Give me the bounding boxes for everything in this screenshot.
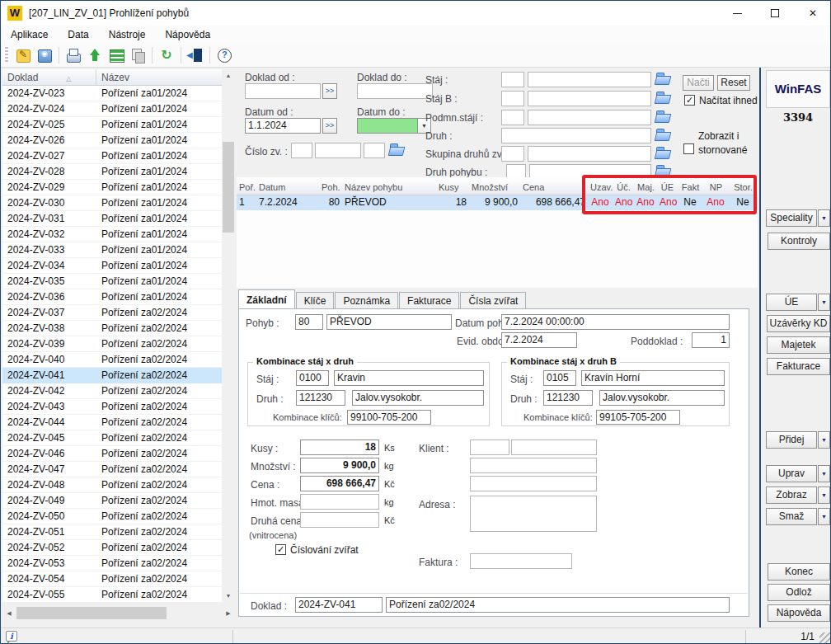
close-button[interactable]: ✕	[794, 1, 831, 26]
podmn-staj-folder-icon[interactable]	[655, 110, 670, 123]
podmn-staj-name-input[interactable]	[528, 110, 651, 125]
tab-klice[interactable]: Klíče	[296, 292, 335, 308]
resize-grip[interactable]	[819, 632, 831, 644]
list-item[interactable]: 2024-ZV-029Pořízení za01/2024	[2, 180, 222, 195]
scroll-down-icon[interactable]: ▼	[222, 590, 235, 603]
komb-b-druh-name-input[interactable]: Jalov.vysokobr.	[599, 390, 725, 406]
doklad-code-input[interactable]: 2024-ZV-041	[295, 597, 383, 613]
list-item[interactable]: 2024-ZV-040Pořízení za02/2024	[2, 352, 222, 368]
list-item[interactable]: 2024-ZV-032Pořízení za01/2024	[2, 227, 222, 242]
copy-icon[interactable]	[129, 46, 147, 64]
staj-name-input[interactable]	[528, 72, 651, 87]
podmn-staj-code-input[interactable]	[501, 110, 524, 125]
list-item[interactable]: 2024-ZV-042Pořízení za02/2024	[2, 383, 222, 399]
odloz-button[interactable]: Odlož	[768, 584, 830, 601]
export-icon[interactable]	[86, 46, 104, 64]
scroll-up-icon[interactable]: ▲	[222, 69, 235, 82]
vscroll-thumb[interactable]	[223, 142, 234, 233]
majetek-button[interactable]: Majetek	[767, 336, 830, 354]
pridej-dropdown[interactable]: ▼	[818, 431, 830, 449]
komb-a-staj-code-input[interactable]: 0100	[296, 370, 329, 386]
list-item[interactable]: 2024-ZV-025Pořízení za01/2024	[2, 117, 222, 133]
mov-col-poh[interactable]: Poh.	[319, 181, 342, 195]
list-item[interactable]: 2024-ZV-038Pořízení za02/2024	[2, 321, 222, 336]
smaz-button[interactable]: Smaž	[766, 508, 817, 525]
uprav-dropdown[interactable]: ▼	[818, 465, 830, 482]
menu-nastroje[interactable]: Nástroje	[99, 29, 156, 40]
mov-col-por[interactable]: Poř.	[237, 181, 256, 195]
uzaverky-kd-button[interactable]: Uzávěrky KD	[767, 315, 830, 332]
list-item[interactable]: 2024-ZV-039Pořízení za02/2024	[2, 336, 222, 352]
info-icon[interactable]: i	[6, 631, 17, 642]
staj-code-input[interactable]	[501, 72, 524, 87]
list-item[interactable]: 2024-ZV-052Pořízení za02/2024	[2, 540, 222, 556]
list-item[interactable]: 2024-ZV-046Pořízení za02/2024	[2, 446, 222, 462]
nacitat-ihned-checkbox[interactable]: ✓	[684, 95, 695, 106]
doklad-od-input[interactable]	[245, 83, 321, 99]
list-icon[interactable]	[107, 46, 125, 64]
speciality-button[interactable]: Speciality	[766, 209, 817, 227]
menu-aplikace[interactable]: Aplikace	[1, 29, 58, 40]
pridej-button[interactable]: Přidej	[766, 431, 817, 449]
mov-col-mnozstvi[interactable]: Množství	[469, 181, 520, 195]
list-item[interactable]: 2024-ZV-054Pořízení za02/2024	[2, 571, 222, 587]
list-item[interactable]: 2024-ZV-035Pořízení za01/2024	[2, 274, 222, 289]
edit-icon[interactable]	[14, 46, 32, 64]
mnozstvi-input[interactable]: 9 900,0	[300, 458, 379, 473]
scroll-right-icon[interactable]: ▶	[222, 606, 235, 620]
napoveda-button[interactable]: Nápověda	[768, 604, 830, 622]
adresa-textarea[interactable]	[470, 496, 597, 532]
scroll-left-icon[interactable]: ◀	[2, 606, 16, 620]
list-item[interactable]: 2024-ZV-043Pořízení za02/2024	[2, 399, 222, 415]
list-item[interactable]: 2024-ZV-037Pořízení za02/2024	[2, 305, 222, 321]
staj-b-name-input[interactable]	[528, 91, 651, 106]
konec-button[interactable]: Konec	[768, 563, 830, 581]
staj-b-folder-icon[interactable]	[655, 92, 670, 104]
minimize-button[interactable]	[718, 1, 756, 26]
doklad-name-input[interactable]: Pořízení za02/2024	[386, 597, 730, 613]
mov-col-datum[interactable]: Datum	[256, 181, 319, 195]
list-item[interactable]: 2024-ZV-055Pořízení za02/2024	[2, 587, 222, 603]
datum-od-input[interactable]: 1.1.2024	[245, 118, 321, 134]
tab-cisla-zvirat[interactable]: Čísla zvířat	[460, 292, 526, 308]
klient-name-input[interactable]	[511, 440, 597, 455]
druha-cena-input[interactable]	[300, 512, 379, 528]
print-icon[interactable]	[64, 46, 82, 64]
tab-zakladni[interactable]: Základní	[238, 289, 295, 308]
mov-col-nazev[interactable]: Název pohybu	[342, 181, 436, 195]
kusy-input[interactable]: 18	[300, 440, 379, 455]
datum-do-input[interactable]	[357, 118, 418, 134]
datum-expand-button[interactable]: >>	[322, 118, 337, 134]
skupina-code-input[interactable]	[501, 146, 524, 162]
komb-b-staj-name-input[interactable]: Kravín Horní	[581, 370, 725, 386]
view-icon[interactable]	[35, 46, 54, 64]
doklad-do-input[interactable]	[357, 83, 433, 99]
list-item[interactable]: 2024-ZV-027Pořízení za01/2024	[2, 148, 222, 164]
list-item[interactable]: 2024-ZV-047Pořízení za02/2024	[2, 462, 222, 477]
help-icon[interactable]	[215, 46, 233, 64]
mov-col-kusy[interactable]: Kusy	[436, 181, 469, 195]
datum-poh-input[interactable]: 7.2.2024 00:00:00	[501, 314, 730, 330]
ue-dropdown[interactable]: ▼	[818, 294, 830, 311]
pohyb-name-input[interactable]: PŘEVOD	[326, 314, 452, 330]
speciality-dropdown[interactable]: ▼	[818, 209, 830, 227]
uprav-button[interactable]: Uprav	[766, 465, 817, 482]
list-item[interactable]: 2024-ZV-030Pořízení za01/2024	[2, 195, 222, 211]
list-item[interactable]: 2024-ZV-024Pořízení za01/2024	[2, 101, 222, 117]
cislo-zv-folder-icon[interactable]	[389, 143, 404, 156]
komb-b-staj-code-input[interactable]: 0105	[543, 370, 576, 386]
refresh-icon[interactable]: ↻	[157, 46, 176, 64]
list-item[interactable]: 2024-ZV-031Pořízení za01/2024	[2, 211, 222, 227]
fakturace-button[interactable]: Fakturace	[767, 358, 830, 375]
list-item[interactable]: 2024-ZV-041Pořízení za02/2024	[2, 368, 222, 383]
cislo-zv-input-2[interactable]	[315, 143, 361, 158]
menu-napoveda[interactable]: Nápověda	[155, 29, 220, 40]
zobraz-dropdown[interactable]: ▼	[818, 487, 830, 504]
doklad-expand-button[interactable]: >>	[322, 83, 337, 99]
cislo-zv-input-3[interactable]	[364, 143, 385, 158]
list-item[interactable]: 2024-ZV-053Pořízení za02/2024	[2, 556, 222, 571]
list-item[interactable]: 2024-ZV-045Pořízení za02/2024	[2, 430, 222, 446]
list-item[interactable]: 2024-ZV-049Pořízení za02/2024	[2, 493, 222, 509]
menu-data[interactable]: Data	[58, 29, 98, 40]
toolbar-grip[interactable]	[5, 47, 8, 63]
